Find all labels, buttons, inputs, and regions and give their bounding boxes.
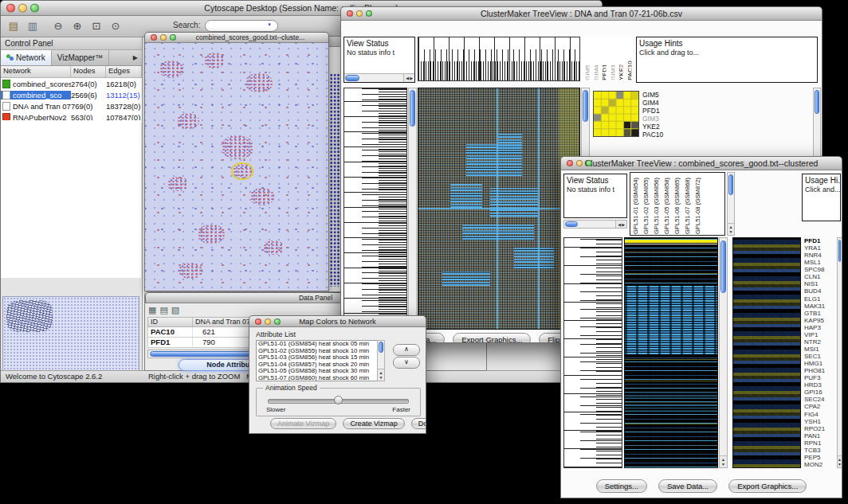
gene-label[interactable]: MSI1 (804, 346, 834, 353)
scrollbar-thumb[interactable] (345, 75, 359, 81)
column-label[interactable]: GPL51-05 (GSM858) (663, 178, 670, 234)
move-down-button[interactable]: ∨ (393, 357, 420, 369)
row-label[interactable]: GIM3 (642, 115, 681, 123)
gene-label[interactable]: CPA2 (804, 403, 834, 410)
scrollbar-thumb[interactable] (379, 342, 383, 353)
gene-label[interactable]: PFD1 (804, 237, 834, 244)
column-dendrogram[interactable] (418, 37, 580, 81)
zoom-heatmap[interactable] (732, 237, 801, 468)
correlation-matrix[interactable] (593, 91, 639, 137)
gene-label[interactable]: HAP3 (804, 324, 834, 331)
dialog-button[interactable]: Animate Vizmap (270, 418, 336, 429)
minimize-icon[interactable] (265, 318, 271, 325)
scrollbar-thumb[interactable] (583, 90, 588, 122)
gene-label[interactable]: PHO81 (804, 367, 834, 374)
treeview-button[interactable]: Export Graphics... (728, 479, 807, 493)
heatmap-vscrollbar[interactable]: ▲▼ (719, 237, 728, 468)
network-list-row[interactable]: combined_sco 2569(6) 13112(15) (1, 89, 142, 100)
network-list-row[interactable]: combined_scores 2764(0) 16218(0) (1, 78, 142, 89)
search-dropdown-icon[interactable]: ▼ (267, 22, 272, 27)
close-icon[interactable] (6, 4, 15, 13)
gene-label[interactable]: CLN1 (804, 273, 834, 280)
close-icon[interactable] (255, 318, 261, 325)
column-label[interactable]: YKE2 (617, 64, 623, 80)
treeview-dna-titlebar[interactable]: ClusterMaker TreeView : DNA and Tran 07-… (340, 6, 822, 21)
row-dendrogram[interactable] (563, 237, 622, 468)
gene-label[interactable]: RPO21 (804, 425, 834, 432)
row-label[interactable]: GIM4 (642, 99, 681, 107)
gene-label[interactable]: PAN1 (804, 432, 834, 440)
speed-slider[interactable] (268, 399, 409, 404)
zoom-window-icon[interactable] (30, 4, 39, 13)
column-label[interactable]: GPL51-02 (GSM855) (642, 178, 650, 234)
attribute-delete-icon[interactable]: ▧ (171, 305, 179, 315)
column-label[interactable]: GIM5 (583, 64, 590, 80)
gene-label[interactable]: NTR2 (804, 338, 834, 346)
minimize-icon[interactable] (18, 4, 27, 13)
gene-label[interactable]: GPI16 (804, 389, 834, 396)
zoom-selected-icon[interactable]: ⊙ (108, 18, 124, 34)
row-label[interactable]: PFD1 (642, 107, 681, 115)
gene-label[interactable]: MSL1 (804, 259, 834, 266)
gene-label[interactable]: MON2 (804, 461, 834, 468)
gene-label[interactable]: YSH1 (804, 418, 834, 425)
selected-node-cluster[interactable] (233, 164, 252, 178)
attribute-create-icon[interactable]: ▤ (159, 305, 167, 315)
attribute-list-vscrollbar[interactable]: ▲▼ (377, 340, 385, 381)
gene-label[interactable]: HRD3 (804, 381, 834, 389)
treeview-button[interactable]: Settings... (596, 479, 647, 493)
view-status-hscrollbar[interactable]: ◀▶ (563, 220, 627, 229)
view-status-hscrollbar[interactable]: ◀▶ (344, 73, 414, 82)
zoom-in-icon[interactable]: ⊕ (69, 18, 85, 34)
open-folder-icon[interactable]: ▤ (6, 18, 22, 34)
scrollbar-thumb[interactable] (815, 90, 819, 114)
column-label[interactable]: GIM3 (609, 64, 615, 80)
tab-network[interactable]: Network (1, 50, 52, 65)
save-icon[interactable]: ▥ (25, 18, 41, 34)
scrollbar-thumb[interactable] (565, 221, 578, 227)
minimize-icon[interactable] (356, 10, 363, 17)
gene-label[interactable]: PEP5 (804, 454, 834, 461)
dialog-button[interactable]: Done (411, 418, 426, 429)
gene-label[interactable]: ELG1 (804, 295, 834, 303)
labels-vscrollbar[interactable]: ▲▼ (727, 172, 735, 236)
row-label[interactable]: GIM5 (642, 91, 681, 99)
network-view-titlebar[interactable]: combined_scores_good.txt--cluste... (144, 32, 329, 43)
column-label[interactable]: GPL51-07 (GSM868) (684, 178, 691, 234)
attribute-select-icon[interactable]: ▦ (148, 305, 156, 315)
node-cluster[interactable] (167, 177, 188, 191)
node-cluster[interactable] (222, 135, 253, 159)
scrollbar-arrows[interactable]: ▲▼ (728, 223, 734, 235)
gene-list-vscrollbar[interactable]: ▲▼ (837, 237, 842, 468)
gene-label[interactable]: YRA1 (804, 244, 834, 252)
scrollbar-arrows[interactable]: ◀▶ (403, 74, 414, 82)
gene-label[interactable]: SEC24 (804, 396, 834, 403)
node-cluster[interactable] (250, 188, 274, 205)
move-up-button[interactable]: ∧ (393, 344, 420, 356)
node-cluster[interactable] (198, 225, 225, 244)
node-cluster[interactable] (177, 113, 199, 129)
treeview-button[interactable]: Export Graphics... (453, 333, 531, 343)
global-heatmap[interactable] (624, 237, 718, 468)
global-heatmap[interactable] (418, 88, 580, 330)
zoom-out-icon[interactable]: ⊖ (50, 18, 66, 34)
column-label[interactable]: GPL51-08 (GSM872) (694, 178, 701, 234)
tab-overflow-icon[interactable]: ▶ (129, 50, 142, 65)
scrollbar-thumb[interactable] (410, 90, 415, 127)
scrollbar-thumb[interactable] (838, 240, 841, 262)
node-cluster[interactable] (263, 240, 284, 255)
zoom-window-icon[interactable] (274, 318, 281, 325)
scrollbar-thumb[interactable] (720, 240, 726, 293)
minimize-icon[interactable] (160, 34, 167, 41)
dialog-button[interactable]: Create Vizmap (343, 418, 404, 429)
gene-label[interactable]: RPN1 (804, 440, 834, 447)
node-cluster[interactable] (159, 61, 183, 78)
treeview-combined-titlebar[interactable]: ClusterMaker TreeView : combined_scores_… (560, 156, 842, 170)
column-label[interactable]: GPL51-06 (GSM865) (673, 178, 681, 234)
gene-label[interactable]: BUD4 (804, 287, 834, 295)
close-icon[interactable] (347, 10, 353, 17)
gene-label[interactable]: FIG4 (804, 411, 834, 418)
gene-label[interactable]: RNR4 (804, 252, 834, 259)
zoom-window-icon[interactable] (170, 34, 176, 41)
scrollbar-arrows[interactable]: ◀▶ (615, 221, 626, 228)
